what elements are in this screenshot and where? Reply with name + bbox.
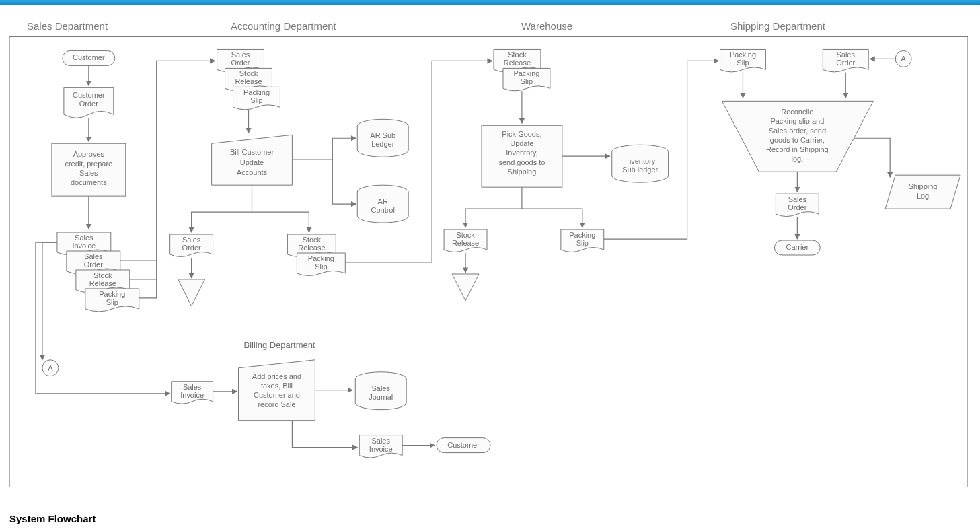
manual-op-reconcile: Reconcile Packing slip and Sales order, … (722, 101, 874, 172)
svg-text:Sales: Sales (371, 384, 390, 392)
connector-a-left: A (42, 360, 59, 376)
svg-text:Slip: Slip (315, 262, 327, 271)
svg-text:credit, prepare: credit, prepare (65, 160, 112, 168)
svg-text:Stock: Stock (303, 236, 322, 244)
flowchart-canvas: Customer Customer Order Approves credit,… (9, 37, 968, 487)
svg-text:Stock: Stock (93, 271, 112, 279)
svg-text:Release: Release (504, 59, 531, 67)
svg-text:Sales: Sales (183, 383, 202, 391)
doc-ship-sales-order: Sales Order (823, 49, 868, 71)
svg-text:Slip: Slip (521, 77, 533, 85)
svg-text:Approves: Approves (73, 150, 105, 158)
process-pick-goods: Pick Goods, Update Inventory, send goods… (482, 125, 562, 187)
doc-stack-accounting-in: Sales Order Stock Release Packing Slip (217, 49, 280, 109)
svg-text:Order: Order (79, 100, 98, 108)
svg-text:Sub ledger: Sub ledger (622, 166, 658, 174)
svg-text:Record in Shipping: Record in Shipping (766, 145, 829, 153)
lane-shipping: Shipping Department (730, 20, 825, 32)
svg-text:Sales: Sales (75, 234, 93, 242)
svg-text:Invoice: Invoice (72, 242, 96, 250)
svg-text:Carrier: Carrier (786, 243, 809, 251)
svg-text:Pick Goods,: Pick Goods, (502, 130, 541, 138)
svg-text:Slip: Slip (576, 239, 589, 247)
doc-billing-sales-invoice-in: Sales Invoice (172, 382, 213, 404)
svg-text:Packing: Packing (308, 254, 334, 262)
svg-text:Stock: Stock (456, 231, 475, 239)
doc-customer-order: Customer Order (64, 87, 114, 118)
svg-text:Packing: Packing (243, 88, 270, 96)
svg-text:Stock: Stock (239, 69, 258, 77)
svg-text:Ledger: Ledger (371, 140, 395, 148)
svg-text:Customer: Customer (73, 53, 105, 61)
svg-text:Order: Order (231, 59, 250, 67)
doc-ship-sales-order-out: Sales Order (776, 194, 819, 216)
svg-text:record Sale: record Sale (258, 400, 295, 409)
cylinder-ar-sub-ledger: AR Sub Ledger (357, 119, 408, 157)
svg-text:AR: AR (378, 197, 388, 205)
terminator-customer-end: Customer (437, 438, 490, 453)
svg-text:Inventory: Inventory (625, 157, 656, 165)
process-approve-credit: Approves credit, prepare Sales documents (52, 143, 126, 196)
svg-text:Release: Release (89, 279, 116, 287)
svg-text:Order: Order (182, 244, 201, 252)
svg-text:A: A (48, 364, 53, 372)
doc-ship-packing-slip: Packing Slip (720, 49, 766, 71)
svg-text:Packing: Packing (730, 50, 756, 59)
svg-text:Sales: Sales (231, 50, 250, 59)
doc-acct-sales-order: Sales Order (170, 234, 213, 256)
svg-text:Packing slip and: Packing slip and (770, 117, 824, 125)
cylinder-ar-control: AR Control (357, 185, 408, 223)
svg-text:Invoice: Invoice (369, 445, 393, 453)
svg-text:Packing: Packing (99, 290, 125, 298)
svg-text:Slip: Slip (106, 298, 118, 306)
svg-text:Update: Update (510, 139, 533, 147)
svg-text:Release: Release (452, 239, 479, 247)
svg-text:Slip: Slip (250, 96, 262, 104)
svg-text:Invoice: Invoice (180, 391, 204, 399)
svg-text:Update: Update (240, 158, 264, 166)
svg-text:Order: Order (836, 59, 855, 67)
svg-text:Sales: Sales (182, 236, 201, 244)
svg-text:Bill Customer: Bill Customer (230, 148, 274, 156)
manual-add-prices: Add prices and taxes, Bill Customer and … (239, 360, 315, 421)
data-shipping-log: Shipping Log (885, 175, 960, 209)
svg-text:Journal: Journal (369, 393, 393, 401)
lane-warehouse: Warehouse (521, 20, 572, 32)
svg-text:log.: log. (792, 155, 804, 163)
offpage-triangle-2 (452, 274, 479, 301)
cylinder-inventory-sub-ledger: Inventory Sub ledger (612, 145, 669, 182)
lane-accounting: Accounting Department (231, 20, 336, 32)
doc-stack-sales: Sales Invoice Sales Order Stock Release … (57, 232, 139, 312)
svg-text:Control: Control (371, 206, 395, 214)
svg-text:Shipping: Shipping (508, 168, 537, 176)
svg-text:A: A (901, 55, 906, 63)
svg-text:Order: Order (788, 203, 806, 211)
svg-text:Inventory,: Inventory, (506, 149, 537, 157)
svg-text:Sales: Sales (837, 50, 856, 59)
cylinder-sales-journal: Sales Journal (355, 372, 406, 410)
connector-a-right: A (895, 50, 911, 67)
svg-text:Packing: Packing (513, 69, 539, 77)
flowchart-svg: Customer Customer Order Approves credit,… (10, 37, 967, 487)
figure-caption: System Flowchart (9, 513, 96, 524)
svg-text:Packing: Packing (569, 231, 595, 239)
svg-text:Reconcile: Reconcile (781, 108, 813, 116)
page: Sales Department Accounting Department W… (0, 5, 980, 531)
svg-text:goods to Carrier,: goods to Carrier, (770, 136, 825, 144)
offpage-triangle-1 (178, 279, 205, 306)
manual-bill-customer: Bill Customer Update Accounts (212, 135, 293, 185)
terminator-carrier: Carrier (774, 240, 820, 255)
svg-text:Customer and: Customer and (254, 391, 300, 399)
svg-text:Customer: Customer (73, 91, 105, 99)
svg-text:Sales: Sales (788, 195, 807, 203)
svg-text:Sales order, send: Sales order, send (769, 127, 826, 135)
svg-text:Accounts: Accounts (237, 168, 268, 176)
svg-text:Sales: Sales (84, 252, 103, 260)
terminator-customer: Customer (63, 50, 115, 65)
lane-billing: Billing Department (244, 340, 315, 350)
svg-text:Order: Order (84, 260, 103, 269)
lane-sales: Sales Department (27, 20, 108, 32)
doc-stack-acct-stock-packing: Stock Release Packing Slip (287, 234, 345, 275)
doc-billing-sales-invoice-out: Sales Invoice (359, 435, 402, 458)
svg-text:Release: Release (298, 244, 325, 252)
